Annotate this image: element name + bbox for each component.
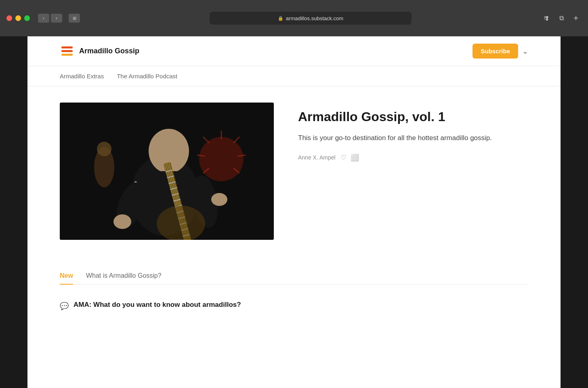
url-text: armadillos.substack.com	[286, 15, 343, 21]
featured-author: Anne X. Ampel	[298, 154, 336, 161]
window-chrome: ‹ › ⊞ 🔒 armadillos.substack.com ↻ ⬆ ⧉ +	[0, 0, 588, 36]
tab-overview-button[interactable]: ⊞	[69, 14, 80, 23]
featured-section: Armadillo Gossip, vol. 1 This is your go…	[60, 103, 528, 240]
maximize-button[interactable]	[24, 15, 30, 21]
nav-item-extras[interactable]: Armadillo Extras	[60, 73, 104, 86]
site-brand: Armadillo Gossip	[60, 44, 139, 59]
featured-info: Armadillo Gossip, vol. 1 This is your go…	[298, 103, 528, 162]
tab-new[interactable]: New	[60, 272, 73, 284]
main-content: Armadillo Gossip, vol. 1 This is your go…	[27, 86, 561, 256]
featured-image-svg	[60, 103, 274, 240]
subscribe-button[interactable]: Subscribe	[472, 44, 518, 59]
featured-title: Armadillo Gossip, vol. 1	[298, 109, 528, 124]
tabs-button[interactable]: ⧉	[556, 13, 567, 24]
featured-description: This is your go-to destination for all t…	[298, 132, 528, 143]
tab-about[interactable]: What is Armadillo Gossip?	[86, 272, 162, 284]
site-header: Armadillo Gossip Subscribe ⌄	[27, 36, 561, 66]
svg-rect-40	[60, 103, 274, 240]
tabs-section: New What is Armadillo Gossip? 💬 AMA: Wha…	[27, 256, 561, 327]
header-right: Subscribe ⌄	[472, 44, 528, 59]
chevron-down-button[interactable]: ⌄	[522, 47, 528, 56]
forward-button[interactable]: ›	[51, 14, 62, 23]
site-nav: Armadillo Extras The Armadillo Podcast	[27, 66, 561, 86]
meta-actions: ♡ ⬜	[340, 153, 359, 162]
post-title: AMA: What do you want to know about arma…	[74, 301, 241, 309]
new-tab-button[interactable]: +	[570, 13, 582, 24]
lock-icon: 🔒	[278, 16, 284, 21]
post-icon: 💬	[60, 302, 69, 310]
address-bar-container: 🔒 armadillos.substack.com ↻	[85, 12, 536, 25]
close-button[interactable]	[6, 15, 12, 21]
featured-meta: Anne X. Ampel ♡ ⬜	[298, 153, 528, 162]
minimize-button[interactable]	[15, 15, 21, 21]
post-list: 💬 AMA: What do you want to know about ar…	[60, 285, 528, 327]
browser-content: Armadillo Gossip Subscribe ⌄ Armadillo E…	[27, 36, 561, 388]
nav-item-podcast[interactable]: The Armadillo Podcast	[117, 73, 177, 86]
featured-image[interactable]	[60, 103, 274, 240]
nav-buttons: ‹ ›	[38, 14, 62, 23]
post-item[interactable]: 💬 AMA: What do you want to know about ar…	[60, 294, 528, 317]
svg-rect-0	[61, 46, 73, 48]
brand-logo	[60, 44, 74, 59]
address-bar[interactable]: 🔒 armadillos.substack.com	[210, 12, 412, 25]
brand-name: Armadillo Gossip	[79, 47, 139, 55]
traffic-lights	[6, 15, 30, 21]
reload-button[interactable]: ↻	[544, 15, 548, 21]
like-button[interactable]: ♡	[340, 153, 346, 162]
tabs-nav: New What is Armadillo Gossip?	[60, 272, 528, 285]
share-post-button[interactable]: ⬜	[351, 153, 359, 162]
svg-rect-2	[61, 54, 73, 56]
svg-rect-1	[61, 50, 73, 52]
back-button[interactable]: ‹	[38, 14, 49, 23]
